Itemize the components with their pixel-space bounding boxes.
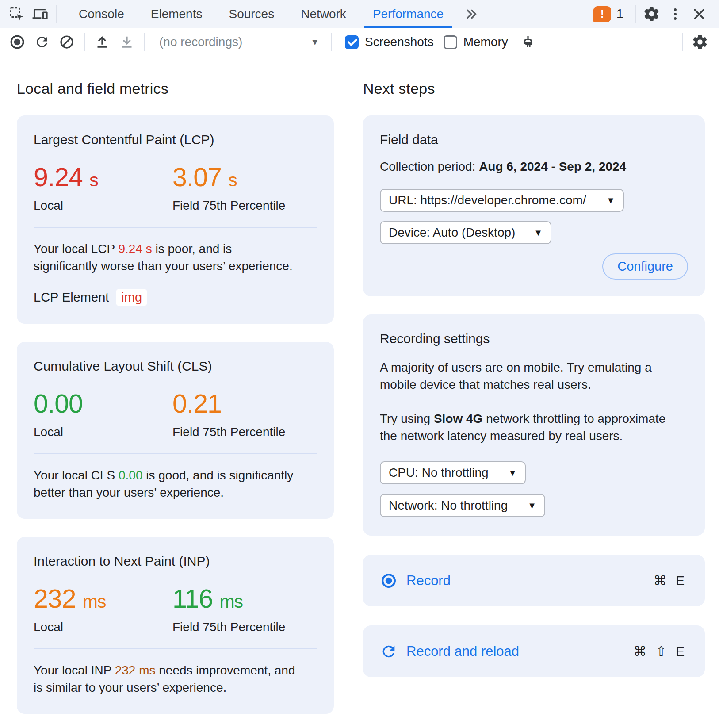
divider	[34, 648, 317, 649]
save-profile-button[interactable]	[116, 31, 138, 53]
cls-card: Cumulative Layout Shift (CLS) 0.00 Local…	[17, 342, 334, 519]
field-data-card: Field data Collection period: Aug 6, 202…	[363, 115, 705, 296]
tabbar-right-controls: ! 1	[593, 0, 711, 28]
issues-count: 1	[616, 7, 623, 21]
record-icon	[9, 34, 26, 50]
cls-field-value: 0.21	[172, 391, 317, 420]
tab-performance[interactable]: Performance	[360, 0, 457, 28]
chevron-down-icon: ▼	[534, 228, 543, 238]
settings-gear-icon	[643, 5, 660, 23]
lcp-local-value: 9.24 s	[34, 164, 172, 193]
inp-description: Your local INP 232 ms needs improvement,…	[34, 662, 295, 696]
close-devtools-button[interactable]	[687, 0, 711, 28]
reload-icon	[34, 34, 50, 50]
network-throttling-select[interactable]: Network: No throttling ▼	[380, 494, 545, 517]
inspect-icon	[8, 6, 25, 22]
record-circle-icon	[380, 572, 398, 590]
chevron-down-icon: ▼	[310, 37, 319, 47]
kebab-menu-icon	[668, 7, 683, 22]
performance-panel-body: Local and field metrics Largest Contentf…	[0, 56, 719, 728]
record-and-reload-label: Record and reload	[406, 644, 519, 659]
issues-badge-icon: !	[593, 6, 611, 22]
lcp-field-label: Field 75th Percentile	[172, 199, 317, 213]
clear-button[interactable]	[56, 31, 78, 53]
cls-inline-value: 0.00	[119, 468, 143, 482]
record-button[interactable]	[6, 31, 28, 53]
memory-toggle[interactable]: Memory	[444, 35, 508, 49]
configure-button[interactable]: Configure	[602, 253, 688, 280]
inp-inline-value: 232 ms	[115, 663, 156, 677]
network-throttling-tip: Try using Slow 4G network throttling to …	[380, 410, 675, 444]
lcp-card-title: Largest Contentful Paint (LCP)	[34, 132, 317, 147]
cpu-throttling-select[interactable]: CPU: No throttling ▼	[380, 461, 526, 484]
panel-tabs: Console Elements Sources Network Perform…	[65, 0, 457, 28]
metrics-heading: Local and field metrics	[17, 80, 352, 97]
mobile-emulation-tip: A majority of users are on mobile. Try e…	[380, 359, 675, 393]
memory-checkbox[interactable]	[444, 35, 457, 49]
record-shortcut: ⌘ E	[654, 573, 687, 588]
lcp-element-label: LCP Element	[34, 290, 109, 305]
screenshots-toggle[interactable]: Screenshots	[345, 35, 434, 49]
lcp-element-link[interactable]: img	[116, 289, 147, 306]
tab-network[interactable]: Network	[287, 0, 360, 28]
device-select[interactable]: Device: Auto (Desktop) ▼	[380, 221, 551, 244]
collect-garbage-icon	[520, 34, 536, 50]
next-steps-panel: Next steps Field data Collection period:…	[352, 56, 719, 728]
lcp-local-label: Local	[34, 199, 172, 213]
tab-elements[interactable]: Elements	[138, 0, 216, 28]
divider	[34, 453, 317, 454]
tab-sources[interactable]: Sources	[215, 0, 287, 28]
record-and-reload-button[interactable]	[31, 31, 53, 53]
capture-settings-button[interactable]	[689, 31, 711, 53]
chevron-down-icon: ▼	[508, 468, 517, 478]
screenshots-label[interactable]: Screenshots	[365, 35, 434, 49]
url-select[interactable]: URL: https://developer.chrome.com/ ▼	[380, 189, 624, 212]
devtools-menu-button[interactable]	[663, 0, 687, 28]
lcp-inline-value: 9.24 s	[118, 242, 152, 256]
inp-card-title: Interaction to Next Paint (INP)	[34, 554, 317, 569]
device-toolbar-button[interactable]	[28, 0, 52, 28]
clear-icon	[59, 34, 75, 50]
collect-garbage-button[interactable]	[517, 31, 539, 53]
record-label: Record	[406, 573, 451, 589]
record-and-reload-shortcut: ⌘ ⇧ E	[633, 644, 687, 659]
lcp-field-value: 3.07 s	[172, 164, 317, 193]
next-steps-heading: Next steps	[363, 80, 719, 97]
divider	[56, 5, 57, 23]
metrics-panel: Local and field metrics Largest Contentf…	[0, 56, 352, 728]
screenshots-checkbox[interactable]	[345, 35, 359, 49]
inp-local-label: Local	[34, 620, 172, 634]
more-tabs-button[interactable]	[457, 0, 485, 28]
divider	[84, 33, 85, 51]
chevron-down-icon: ▼	[528, 501, 536, 511]
lcp-description: Your local LCP 9.24 s is poor, and is si…	[34, 240, 295, 275]
reload-icon	[380, 643, 398, 660]
record-card[interactable]: Record ⌘ E	[363, 555, 705, 606]
collection-period: Collection period: Aug 6, 2024 - Sep 2, …	[380, 160, 688, 174]
devtools-settings-button[interactable]	[639, 0, 663, 28]
lcp-card: Largest Contentful Paint (LCP) 9.24 s Lo…	[17, 115, 334, 324]
divider	[682, 33, 683, 51]
divider	[635, 5, 636, 23]
devtools-tabbar: Console Elements Sources Network Perform…	[0, 0, 719, 28]
tab-console[interactable]: Console	[65, 0, 138, 28]
cls-local-label: Local	[34, 425, 172, 439]
recordings-select-value: (no recordings)	[159, 35, 242, 49]
inp-card: Interaction to Next Paint (INP) 232 ms L…	[17, 537, 334, 714]
memory-label[interactable]: Memory	[463, 35, 508, 49]
performance-toolbar: (no recordings) ▼ Screenshots Memory	[0, 28, 719, 56]
inspect-element-button[interactable]	[4, 0, 28, 28]
active-tab-underline	[364, 26, 452, 28]
issues-counter[interactable]: ! 1	[593, 6, 623, 22]
settings-gear-icon	[692, 34, 708, 50]
field-data-title: Field data	[380, 132, 688, 147]
inp-local-value: 232 ms	[34, 586, 172, 615]
recordings-select[interactable]: (no recordings) ▼	[151, 31, 325, 53]
divider	[34, 227, 317, 228]
close-icon	[691, 6, 707, 22]
recording-settings-title: Recording settings	[380, 331, 688, 346]
record-and-reload-card[interactable]: Record and reload ⌘ ⇧ E	[363, 625, 705, 677]
device-toolbar-icon	[32, 6, 49, 23]
download-icon	[119, 34, 135, 50]
load-profile-button[interactable]	[91, 31, 113, 53]
